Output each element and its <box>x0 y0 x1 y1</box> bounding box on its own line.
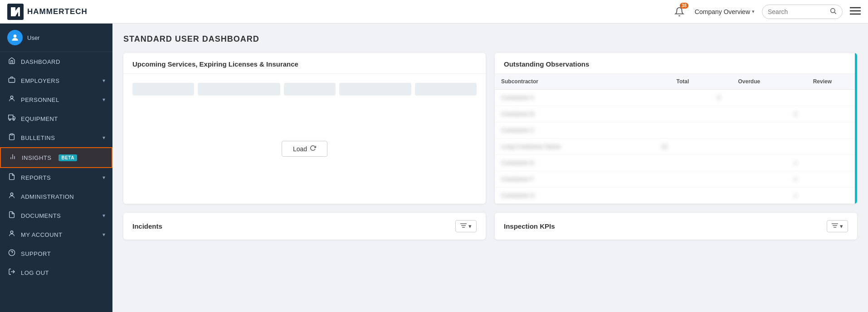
nav-item-left: EQUIPMENT <box>7 114 58 123</box>
hamburger-menu-button[interactable] <box>850 6 861 18</box>
svg-point-17 <box>10 193 13 195</box>
row-total <box>655 187 711 204</box>
app-header: HAMMERTECH 38 Company Overview ▾ <box>0 0 868 24</box>
notification-badge: 38 <box>680 3 688 9</box>
incidents-card: Incidents ▾ <box>123 213 486 240</box>
sidebar-item-personnel[interactable]: PERSONNEL ▾ <box>0 90 112 109</box>
chevron-down-icon: ▾ <box>840 223 843 230</box>
sidebar-item-reports[interactable]: REPORTS ▾ <box>0 168 112 187</box>
col-review: Review <box>788 74 857 90</box>
svg-line-2 <box>834 12 836 14</box>
dashboard-grid: Upcoming Services, Expiring Licenses & I… <box>123 53 857 240</box>
sidebar-item-label: PERSONNEL <box>21 96 59 103</box>
row-review <box>788 90 857 106</box>
upcoming-services-body: Load <box>123 74 486 166</box>
row-name: Contractor F <box>495 171 655 187</box>
chevron-down-icon: ▾ <box>752 9 755 14</box>
row-name: Contractor B <box>495 106 655 122</box>
sidebar-item-support[interactable]: SUPPORT <box>0 244 112 263</box>
truck-icon <box>7 114 16 123</box>
sidebar-item-dashboard[interactable]: DASHBOARD <box>0 52 112 71</box>
svg-rect-13 <box>10 134 13 135</box>
row-total <box>655 106 711 122</box>
observations-title: Outstanding Observations <box>504 60 848 68</box>
incidents-filter-button[interactable]: ▾ <box>455 220 477 232</box>
upcoming-services-card: Upcoming Services, Expiring Licenses & I… <box>123 53 486 204</box>
inspection-kpis-title: Inspection KPIs <box>504 222 555 230</box>
col-overdue: Overdue <box>711 74 788 90</box>
nav-item-left: MY ACCOUNT <box>7 230 62 239</box>
nav-item-left: EMPLOYERS <box>7 76 59 85</box>
loading-bar-4 <box>339 83 411 96</box>
company-overview-button[interactable]: Company Overview ▾ <box>695 8 755 15</box>
nav-item-left: SUPPORT <box>7 249 51 258</box>
chevron-down-icon: ▾ <box>468 223 472 230</box>
logo-icon <box>7 4 24 20</box>
chevron-icon: ▾ <box>102 77 106 84</box>
sidebar-item-logout[interactable]: LOG OUT <box>0 263 112 282</box>
incidents-header: Incidents ▾ <box>123 213 486 240</box>
loading-bar-5 <box>415 83 477 96</box>
svg-marker-10 <box>13 116 15 119</box>
svg-point-1 <box>831 8 835 12</box>
load-button[interactable]: Load <box>282 141 327 157</box>
svg-point-11 <box>9 119 10 120</box>
admin-icon <box>7 192 16 201</box>
search-icon[interactable] <box>829 7 837 16</box>
question-icon <box>7 249 16 258</box>
nav-item-left: LOG OUT <box>7 268 49 277</box>
row-overdue: 3 <box>711 90 788 106</box>
sidebar-item-label: ADMINISTRATION <box>21 193 74 200</box>
row-name: Contractor E <box>495 155 655 171</box>
notification-button[interactable]: 38 <box>671 4 688 20</box>
user-row: User <box>0 24 112 52</box>
row-total: 12 <box>655 139 711 155</box>
filter-icon <box>460 223 467 230</box>
nav-item-left: INSIGHTS BETA <box>8 153 77 162</box>
main-content: STANDARD USER DASHBOARD Upcoming Service… <box>112 24 868 312</box>
loading-bar-2 <box>198 83 280 96</box>
load-label: Load <box>293 145 307 153</box>
chevron-icon: ▾ <box>102 174 106 181</box>
search-box <box>762 5 843 19</box>
sidebar-item-insights[interactable]: INSIGHTS BETA <box>0 147 112 168</box>
inspection-kpis-card: Inspection KPIs ▾ <box>495 213 857 240</box>
chart-icon <box>8 153 17 162</box>
row-total <box>655 90 711 106</box>
sidebar-item-administration[interactable]: ADMINISTRATION <box>0 187 112 206</box>
sidebar-item-label: DASHBOARD <box>21 58 60 65</box>
chevron-icon: ▾ <box>102 134 106 141</box>
sidebar-item-equipment[interactable]: EQUIPMENT <box>0 109 112 128</box>
row-overdue <box>711 155 788 171</box>
table-header-row: Subcontractor Total Overdue Review <box>495 74 857 90</box>
row-review <box>788 122 857 139</box>
svg-point-8 <box>10 96 13 98</box>
search-input[interactable] <box>768 8 827 15</box>
nav-item-left: PERSONNEL <box>7 95 59 104</box>
app-body: User DASHBOARD <box>0 24 868 312</box>
sidebar-item-label: INSIGHTS <box>22 154 51 161</box>
svg-point-6 <box>14 34 17 38</box>
nav-item-left: BULLETINS <box>7 133 55 142</box>
sidebar-item-label: DOCUMENTS <box>21 212 61 219</box>
table-row: Contractor A 3 <box>495 90 857 106</box>
sidebar-item-my-account[interactable]: MY ACCOUNT ▾ <box>0 225 112 244</box>
inspection-filter-button[interactable]: ▾ <box>827 220 848 232</box>
table-row: Contractor C <box>495 122 857 139</box>
documents-icon <box>7 211 16 220</box>
sidebar-item-employers[interactable]: EMPLOYERS ▾ <box>0 71 112 90</box>
svg-rect-7 <box>9 78 15 82</box>
sidebar-item-bulletins[interactable]: BULLETINS ▾ <box>0 128 112 147</box>
upcoming-services-title: Upcoming Services, Expiring Licenses & I… <box>132 60 477 68</box>
loading-bar-row <box>132 83 477 96</box>
filter-icon <box>832 223 838 230</box>
row-total <box>655 155 711 171</box>
document-icon <box>7 173 16 182</box>
row-overdue <box>711 171 788 187</box>
sidebar-item-documents[interactable]: DOCUMENTS ▾ <box>0 206 112 225</box>
sidebar-item-label: BULLETINS <box>21 134 55 141</box>
beta-badge: BETA <box>59 154 77 161</box>
sidebar-item-label: SUPPORT <box>21 250 51 257</box>
row-review <box>788 139 857 155</box>
home-icon <box>7 57 16 66</box>
